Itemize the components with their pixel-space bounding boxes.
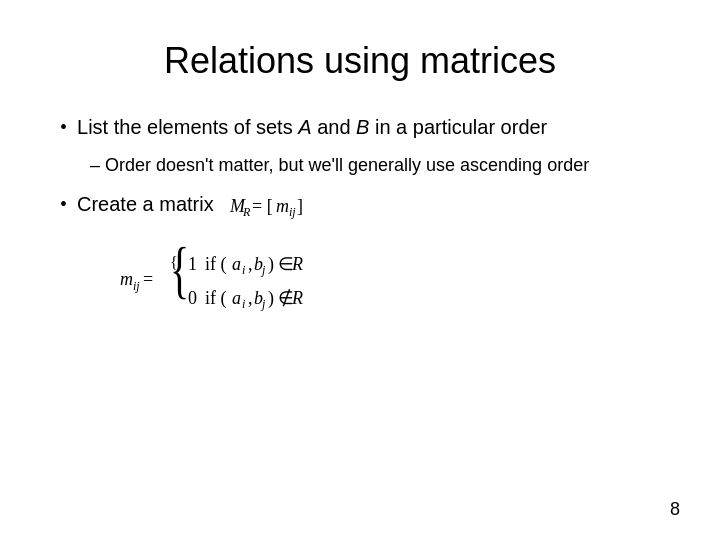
- svg-text:m: m: [276, 196, 289, 216]
- matrix-inline-formula: M R = [ m ij ]: [230, 192, 340, 220]
- formula-block: m ij = { { 1 if ( a i , b j ) ∈ R 0 if (: [120, 240, 660, 338]
- bullet-dot-1: •: [60, 112, 67, 142]
- svg-text:i: i: [242, 263, 245, 277]
- set-A: A: [298, 116, 311, 138]
- svg-text:]: ]: [297, 196, 303, 216]
- bullet-text-2: Create a matrix M R = [ m ij ]: [77, 189, 340, 220]
- svg-text:=: =: [143, 269, 153, 289]
- svg-text:a: a: [232, 254, 241, 274]
- slide-content: • List the elements of sets A and B in a…: [60, 112, 660, 338]
- page-number: 8: [670, 499, 680, 520]
- set-B: B: [356, 116, 369, 138]
- svg-text:,: ,: [248, 288, 253, 308]
- svg-text:) ∈: ) ∈: [268, 254, 295, 275]
- svg-text:ij: ij: [133, 279, 140, 293]
- bullet-item-1: • List the elements of sets A and B in a…: [60, 112, 660, 142]
- svg-text:ij: ij: [289, 205, 296, 219]
- bullet-item-2: • Create a matrix M R = [ m ij ]: [60, 189, 660, 220]
- svg-text:if (: if (: [205, 288, 227, 309]
- svg-text:1: 1: [188, 254, 197, 274]
- svg-text:i: i: [242, 297, 245, 311]
- piecewise-formula: m ij = { { 1 if ( a i , b j ) ∈ R 0 if (: [120, 240, 440, 330]
- svg-text:R: R: [242, 205, 251, 219]
- svg-text:R: R: [291, 254, 303, 274]
- slide-title: Relations using matrices: [60, 40, 660, 82]
- svg-text:R: R: [291, 288, 303, 308]
- svg-text:) ∉: ) ∉: [268, 288, 295, 309]
- bullet-dot-2: •: [60, 189, 67, 219]
- svg-text:if (: if (: [205, 254, 227, 275]
- svg-text:0: 0: [188, 288, 197, 308]
- sub-item-text-1: – Order doesn't matter, but we'll genera…: [90, 155, 589, 175]
- svg-text:a: a: [232, 288, 241, 308]
- slide: Relations using matrices • List the elem…: [0, 0, 720, 540]
- svg-text:,: ,: [248, 254, 253, 274]
- svg-text:= [: = [: [252, 196, 273, 216]
- sub-item-1: – Order doesn't matter, but we'll genera…: [90, 152, 660, 179]
- svg-text:{: {: [170, 240, 189, 306]
- bullet-text-1: List the elements of sets A and B in a p…: [77, 112, 547, 142]
- svg-text:m: m: [120, 269, 133, 289]
